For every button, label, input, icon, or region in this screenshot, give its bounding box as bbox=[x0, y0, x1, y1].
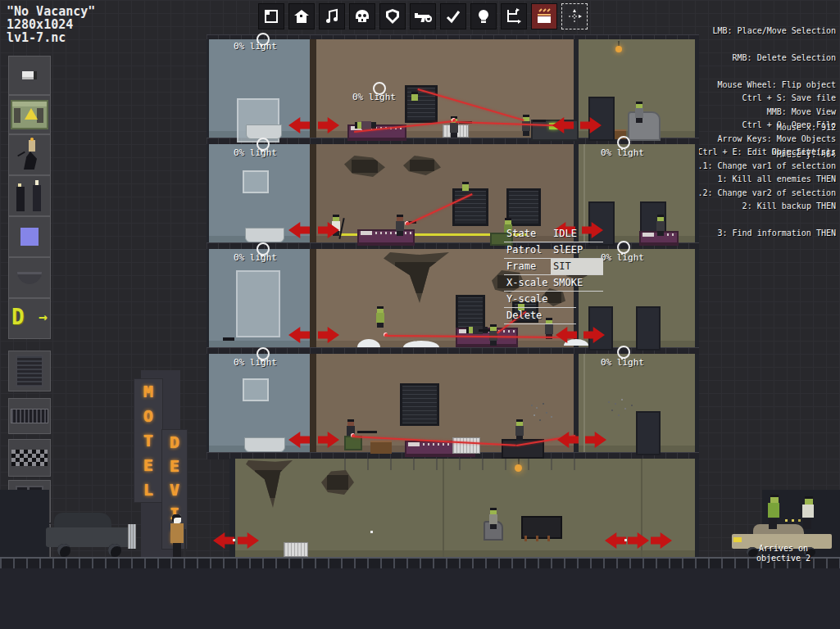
sidebar-item-fusebox[interactable] bbox=[8, 95, 51, 134]
laser-dot bbox=[351, 433, 355, 437]
enemy-zombie[interactable] bbox=[461, 182, 470, 193]
tool-bed-button[interactable] bbox=[531, 3, 557, 29]
lobby-seam bbox=[443, 459, 444, 557]
enemy-zombie-armed[interactable] bbox=[488, 324, 498, 346]
window[interactable] bbox=[400, 383, 439, 426]
sidebar-item-grate[interactable] bbox=[8, 398, 51, 434]
enemy-zombie-sitting[interactable] bbox=[634, 102, 644, 123]
tool-house-button[interactable] bbox=[288, 3, 315, 29]
wall bbox=[695, 354, 699, 452]
shower-stall[interactable] bbox=[236, 270, 280, 337]
submenu-item-sit[interactable]: SIT bbox=[551, 259, 603, 275]
level-editor-canvas[interactable]: "No Vacancy" 1280x1024 lv1-7.nc LMB: Pla… bbox=[0, 0, 840, 629]
wall bbox=[310, 39, 316, 138]
neon-letter: E bbox=[134, 453, 162, 477]
tool-path-button[interactable] bbox=[501, 3, 527, 29]
light-level-label: 0% light bbox=[234, 357, 277, 368]
doorway[interactable] bbox=[636, 411, 661, 455]
coat bbox=[170, 523, 184, 543]
doorway[interactable] bbox=[636, 306, 661, 351]
gun-sprite bbox=[533, 120, 546, 122]
arrival-line: Arrives on bbox=[732, 544, 835, 554]
tool-checkmark-button[interactable] bbox=[440, 3, 466, 29]
backup-zombie[interactable] bbox=[767, 495, 780, 529]
backup-zombie[interactable] bbox=[801, 496, 815, 529]
neon-letter: D bbox=[162, 430, 187, 454]
white-prop-icon bbox=[22, 71, 37, 79]
mirror[interactable] bbox=[243, 378, 269, 401]
enemy-zombie-armed[interactable] bbox=[395, 215, 405, 236]
sidebar-item-candle-demon[interactable] bbox=[8, 134, 51, 175]
laser-dot bbox=[384, 333, 388, 337]
wall bbox=[310, 144, 316, 242]
neon-letter: V bbox=[162, 477, 187, 501]
neon-letter: O bbox=[134, 404, 162, 428]
chair[interactable] bbox=[344, 436, 362, 450]
help-line: RMB: Delete Selection bbox=[683, 53, 836, 62]
enemy-zombie[interactable] bbox=[375, 306, 385, 328]
objectives-panel: Objective(s): 1: Kill all enemies THEN 2… bbox=[718, 129, 837, 256]
sidebar-item-purple-block[interactable] bbox=[8, 216, 51, 257]
mirror[interactable] bbox=[243, 170, 269, 193]
tool-light-button[interactable] bbox=[470, 3, 497, 29]
shield-icon bbox=[384, 8, 401, 25]
light-level-label: 0% light bbox=[601, 147, 644, 158]
table[interactable] bbox=[370, 441, 392, 454]
grate-icon bbox=[11, 409, 48, 423]
wall bbox=[695, 249, 699, 347]
sidebar-item-white-prop[interactable] bbox=[8, 56, 51, 95]
tool-transform-button[interactable] bbox=[561, 3, 588, 29]
menu-item-y-scale[interactable]: Y-scale bbox=[504, 292, 576, 308]
bed[interactable] bbox=[357, 229, 415, 246]
shortcut-line: Ctrl + S: Save file bbox=[697, 93, 836, 102]
reaper-player[interactable] bbox=[169, 514, 187, 557]
submenu-item-smoke[interactable]: SMOKE bbox=[551, 275, 603, 292]
wall bbox=[207, 39, 209, 138]
menu-item-delete[interactable]: Delete bbox=[504, 308, 576, 324]
ashtray-icon bbox=[17, 272, 42, 284]
candle-demon-icon bbox=[17, 140, 42, 170]
doorway[interactable] bbox=[588, 306, 613, 351]
debris-dot bbox=[370, 531, 373, 533]
city-backdrop-left bbox=[0, 490, 49, 557]
sidebar-item-exit-marker[interactable]: D → bbox=[8, 298, 51, 339]
motel-sign[interactable]: M O T E L bbox=[134, 378, 163, 503]
arrival-note: Arrives on objective 2 bbox=[732, 544, 835, 563]
enemy-zombie-sitting[interactable] bbox=[656, 215, 665, 236]
skull-icon bbox=[354, 8, 370, 25]
cane bbox=[184, 529, 186, 557]
sidebar-item-enemy-pair[interactable] bbox=[8, 175, 51, 216]
hanging-lamp[interactable] bbox=[615, 46, 622, 52]
purple-block-icon bbox=[20, 228, 39, 246]
laser-dot bbox=[452, 118, 456, 122]
tool-shield-button[interactable] bbox=[379, 3, 406, 29]
armchair[interactable] bbox=[628, 111, 661, 141]
submenu-item-idle[interactable]: IDLE bbox=[551, 226, 603, 242]
tool-enemy-button[interactable] bbox=[349, 3, 375, 29]
tool-weapon-button[interactable] bbox=[410, 3, 436, 29]
wall bbox=[207, 144, 209, 242]
sidebar-item-ashtray[interactable] bbox=[8, 257, 51, 298]
objective-line: 1: Kill all enemies THEN bbox=[718, 174, 837, 183]
sidebar-item-checkered-tiles[interactable] bbox=[8, 439, 51, 477]
enemy-zombie-sitting[interactable] bbox=[515, 419, 524, 441]
enemy-zombie-sitting[interactable] bbox=[488, 508, 498, 529]
bathtub[interactable] bbox=[245, 228, 284, 242]
hearse-car[interactable] bbox=[46, 513, 139, 557]
wall bbox=[310, 354, 316, 452]
sidebar-item-window-blinds[interactable] bbox=[8, 351, 51, 391]
flies-swarm bbox=[531, 405, 533, 406]
hanging-lamp[interactable] bbox=[515, 464, 522, 472]
enemy-zombie[interactable] bbox=[410, 92, 420, 103]
submenu-item-sleep[interactable]: SlEEP bbox=[551, 242, 603, 259]
context-submenu-states: IDLE SlEEP SIT SMOKE bbox=[551, 226, 603, 292]
tool-music-button[interactable] bbox=[319, 3, 345, 29]
tool-selection-frame-button[interactable] bbox=[258, 3, 284, 29]
gun-pickup[interactable] bbox=[223, 337, 234, 341]
doorway[interactable] bbox=[588, 97, 615, 141]
radiator[interactable] bbox=[284, 542, 308, 557]
window-blinds-icon bbox=[16, 355, 43, 387]
bathtub[interactable] bbox=[244, 437, 285, 452]
transform-select-icon bbox=[566, 8, 583, 25]
radiator[interactable] bbox=[452, 437, 480, 454]
